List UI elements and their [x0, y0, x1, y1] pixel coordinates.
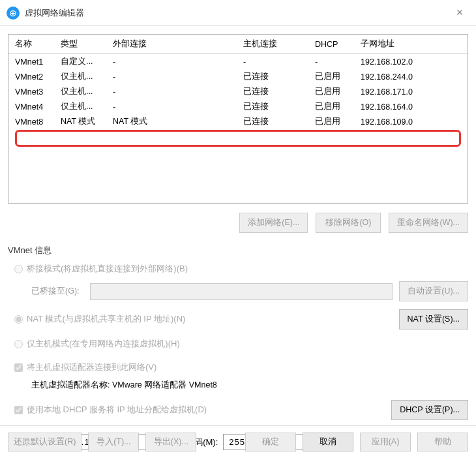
remove-network-button[interactable]: 移除网络(O)	[316, 213, 381, 233]
table-row[interactable]: VMnet2仅主机...-已连接已启用192.168.244.0	[8, 69, 468, 84]
dhcp-checkbox	[14, 406, 23, 414]
host-adapter-label: 将主机虚拟适配器连接到此网络(V)	[27, 361, 156, 373]
adapter-name-label: 主机虚拟适配器名称: VMware 网络适配器 VMnet8	[31, 380, 468, 391]
help-button[interactable]: 帮助	[417, 433, 468, 451]
table-cell: 已连接	[237, 69, 308, 84]
nat-settings-button[interactable]: NAT 设置(S)...	[399, 309, 468, 329]
table-cell: -	[106, 69, 237, 84]
nat-label: NAT 模式(与虚拟机共享主机的 IP 地址)(N)	[27, 313, 185, 325]
table-cell: -	[106, 99, 237, 114]
network-table[interactable]: 名称类型外部连接主机连接DHCP子网地址 VMnet1自定义...---192.…	[8, 34, 468, 204]
cancel-button[interactable]: 取消	[303, 433, 353, 451]
table-cell: NAT 模式	[106, 114, 237, 129]
column-header[interactable]: 子网地址	[354, 35, 468, 54]
close-icon[interactable]: ×	[450, 3, 469, 23]
hostonly-label: 仅主机模式(在专用网络内连接虚拟机)(H)	[27, 338, 180, 350]
table-cell: -	[106, 54, 237, 70]
bridge-radio	[14, 265, 23, 273]
bridge-to-select	[90, 283, 393, 300]
table-cell: 仅主机...	[54, 99, 106, 114]
table-cell: 已启用	[308, 114, 354, 129]
table-cell: 已启用	[308, 84, 354, 99]
add-network-button[interactable]: 添加网络(E)...	[239, 213, 308, 233]
table-cell: NAT 模式	[54, 114, 106, 129]
table-cell: VMnet8	[8, 114, 54, 129]
rename-network-button[interactable]: 重命名网络(W)...	[389, 213, 468, 233]
table-cell: 自定义...	[54, 54, 106, 70]
table-row[interactable]: VMnet8NAT 模式NAT 模式已连接已启用192.168.109.0	[8, 114, 468, 129]
table-cell: -	[308, 54, 354, 70]
dhcp-settings-button[interactable]: DHCP 设置(P)...	[391, 400, 468, 420]
table-cell: 仅主机...	[54, 69, 106, 84]
table-row[interactable]: VMnet1自定义...---192.168.102.0	[8, 54, 468, 70]
table-cell: 192.168.102.0	[354, 54, 468, 70]
highlight-annotation	[15, 130, 461, 147]
table-cell: 已启用	[308, 99, 354, 114]
column-header[interactable]: 名称	[8, 35, 54, 54]
table-cell: 已连接	[237, 84, 308, 99]
column-header[interactable]: 外部连接	[106, 35, 237, 54]
table-cell: VMnet3	[8, 84, 54, 99]
bridge-to-label: 已桥接至(G):	[31, 286, 83, 297]
table-cell: 已连接	[237, 99, 308, 114]
restore-defaults-button[interactable]: 还原默认设置(R)	[8, 433, 82, 451]
export-button[interactable]: 导出(X)...	[145, 433, 196, 451]
table-cell: 192.168.164.0	[354, 99, 468, 114]
host-adapter-checkbox	[14, 363, 23, 372]
dhcp-label: 使用本地 DHCP 服务将 IP 地址分配给虚拟机(D)	[27, 404, 207, 416]
window-title: 虚拟网络编辑器	[25, 7, 450, 19]
table-row[interactable]: VMnet4仅主机...-已连接已启用192.168.164.0	[8, 99, 468, 114]
table-cell: VMnet1	[8, 54, 54, 70]
table-cell: 已连接	[237, 114, 308, 129]
table-cell: VMnet4	[8, 99, 54, 114]
import-button[interactable]: 导入(T)...	[88, 433, 139, 451]
app-icon	[7, 7, 20, 20]
bridge-label: 桥接模式(将虚拟机直接连接到外部网络)(B)	[27, 263, 188, 275]
hostonly-radio	[14, 340, 23, 348]
nat-radio	[14, 315, 23, 324]
ok-button[interactable]: 确定	[245, 433, 296, 451]
table-row[interactable]: VMnet3仅主机...-已连接已启用192.168.171.0	[8, 84, 468, 99]
column-header[interactable]: 主机连接	[237, 35, 308, 54]
auto-settings-button[interactable]: 自动设置(U)...	[399, 281, 468, 301]
table-cell: 仅主机...	[54, 84, 106, 99]
table-cell: 192.168.244.0	[354, 69, 468, 84]
vmnet-info-title: VMnet 信息	[8, 245, 468, 256]
table-cell: -	[237, 54, 308, 70]
table-cell: VMnet2	[8, 69, 54, 84]
table-cell: 192.168.171.0	[354, 84, 468, 99]
table-cell: 已启用	[308, 69, 354, 84]
column-header[interactable]: DHCP	[308, 35, 354, 54]
table-cell: 192.168.109.0	[354, 114, 468, 129]
apply-button[interactable]: 应用(A)	[360, 433, 411, 451]
column-header[interactable]: 类型	[54, 35, 106, 54]
table-cell: -	[106, 84, 237, 99]
